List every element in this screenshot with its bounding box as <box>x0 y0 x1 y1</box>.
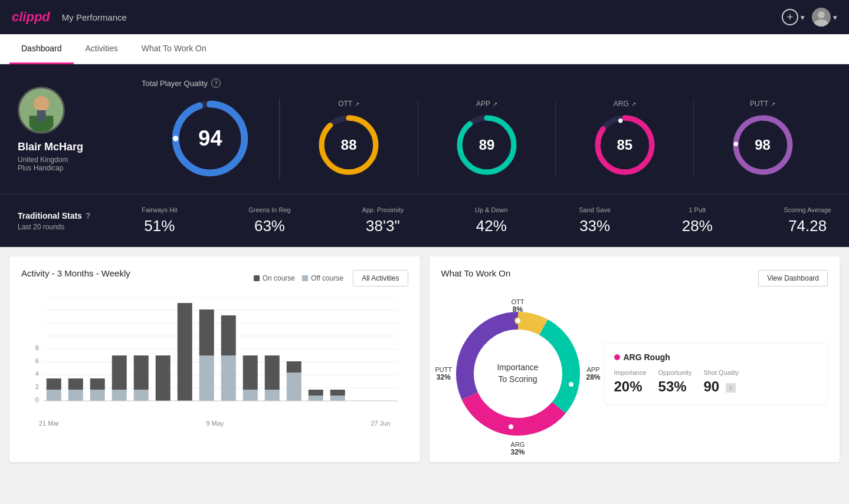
arrow-icon: ↗ <box>355 101 359 107</box>
app-value: 89 <box>479 137 495 153</box>
tpq-section: Total Player Quality ? 94 <box>142 78 831 180</box>
putt-value: 98 <box>755 137 771 153</box>
svg-text:0: 0 <box>35 396 39 403</box>
avatar <box>812 8 831 27</box>
help-icon[interactable]: ? <box>211 78 221 88</box>
add-button[interactable]: + ▾ <box>782 9 805 25</box>
svg-rect-36 <box>47 378 61 390</box>
svg-rect-55 <box>287 373 301 401</box>
off-course-dot <box>302 275 308 281</box>
bottom-panels: Activity - 3 Months - Weekly On course O… <box>0 247 849 472</box>
tpq-main-gauge: 94 <box>142 97 280 180</box>
svg-point-69 <box>508 424 514 430</box>
gauge-putt: PUTT ↗ 98 <box>694 100 831 177</box>
chevron-down-icon: ▾ <box>801 13 805 22</box>
svg-point-6 <box>34 95 49 111</box>
svg-rect-54 <box>265 355 280 390</box>
svg-point-1 <box>814 19 828 27</box>
stat-value: 51% <box>142 217 178 235</box>
wtwo-content: Importance To Scoring OTT 8% APP 28% ARG… <box>441 297 828 450</box>
seg-label-putt: PUTT 32% <box>435 366 453 381</box>
gauge-ott-label: OTT ↗ <box>338 100 359 108</box>
legend-on-course: On course <box>254 274 295 282</box>
svg-point-0 <box>818 11 825 18</box>
stat-sandsave: Sand Save 33% <box>579 206 611 235</box>
svg-rect-43 <box>134 390 149 401</box>
stat-label: Greens In Reg <box>248 206 291 213</box>
status-dot <box>614 354 620 360</box>
x-label-2: 9 May <box>206 420 224 427</box>
nav-tabs: Dashboard Activities What To Work On <box>0 34 849 64</box>
svg-rect-53 <box>265 390 280 401</box>
stat-oneputt: 1 Putt 28% <box>682 206 713 235</box>
player-country: United Kingdom <box>18 156 142 164</box>
wtwo-header: What To Work On View Dashboard <box>441 268 828 288</box>
svg-rect-56 <box>287 361 301 373</box>
svg-point-68 <box>568 381 574 387</box>
stat-label: 1 Putt <box>682 206 713 213</box>
arrow-icon: ↗ <box>493 101 497 107</box>
info-stat-opportunity: Opportunity 53% <box>658 369 692 395</box>
player-name: Blair McHarg <box>18 141 142 153</box>
player-avatar <box>18 87 65 134</box>
header-right: + ▾ ▾ <box>782 8 837 27</box>
plus-icon: + <box>782 9 798 25</box>
svg-rect-52 <box>243 355 258 390</box>
info-card-title: ARG Rough <box>614 353 818 362</box>
gauge-arg-label: ARG ↗ <box>614 100 636 108</box>
info-stat-shot-quality: Shot Quality 90 ↑ <box>703 369 739 395</box>
svg-text:4: 4 <box>35 370 39 377</box>
seg-label-ott: OTT 8% <box>512 298 525 314</box>
wtwo-title: What To Work On <box>441 268 511 278</box>
shot-quality-badge: ↑ <box>726 383 736 393</box>
stat-label: Fairways Hit <box>142 206 178 213</box>
ott-value: 88 <box>341 137 357 153</box>
chevron-down-icon: ▾ <box>833 13 837 22</box>
header: clippd My Performance + ▾ ▾ <box>0 0 849 34</box>
stat-updown: Up & Down 42% <box>475 206 508 235</box>
stat-value: 63% <box>248 217 291 235</box>
bar-chart: 0 2 4 6 8 <box>21 297 408 415</box>
svg-rect-39 <box>90 390 105 401</box>
tab-activities[interactable]: Activities <box>74 34 130 64</box>
svg-rect-49 <box>221 355 236 401</box>
profile-button[interactable]: ▾ <box>812 8 837 27</box>
traditional-stats: Traditional Stats ? Last 20 rounds Fairw… <box>0 194 849 247</box>
on-course-dot <box>254 275 260 281</box>
help-icon[interactable]: ? <box>86 211 91 220</box>
info-stat-importance: Importance 20% <box>614 369 647 395</box>
x-label-3: 27 Jun <box>371 420 390 427</box>
svg-rect-57 <box>309 396 323 401</box>
gauge-app: APP ↗ 89 <box>418 100 556 177</box>
tab-what-to-work-on[interactable]: What To Work On <box>130 34 218 64</box>
svg-rect-40 <box>90 378 105 390</box>
chart-title: Activity - 3 Months - Weekly <box>21 268 130 278</box>
gauges-row: 94 OTT ↗ 88 <box>142 97 831 180</box>
gauge-putt-label: PUTT ↗ <box>750 100 775 108</box>
all-activities-button[interactable]: All Activities <box>353 270 408 286</box>
view-dashboard-button[interactable]: View Dashboard <box>758 270 828 286</box>
legend-off-course: Off course <box>302 274 343 282</box>
trad-subtitle: Last 20 rounds <box>18 223 142 231</box>
activity-panel: Activity - 3 Months - Weekly On course O… <box>9 256 420 462</box>
player-info: Blair McHarg United Kingdom Plus Handica… <box>18 87 142 172</box>
gauge-app-label: APP ↗ <box>476 100 497 108</box>
stat-label: Scoring Average <box>784 206 831 213</box>
stat-label: App. Proximity <box>362 206 404 213</box>
wtwo-donut: Importance To Scoring OTT 8% APP 28% ARG… <box>441 297 595 450</box>
donut-center-text: Importance To Scoring <box>497 362 538 385</box>
svg-rect-42 <box>112 355 127 390</box>
arrow-icon: ↗ <box>771 101 775 107</box>
trad-info: Traditional Stats ? Last 20 rounds <box>18 211 142 231</box>
gauge-ott: OTT ↗ 88 <box>280 100 418 177</box>
player-handicap: Plus Handicap <box>18 164 142 172</box>
stat-value: 38'3" <box>362 217 404 235</box>
gauge-arg: ARG ↗ 85 <box>556 100 694 177</box>
svg-rect-41 <box>112 390 127 401</box>
svg-text:6: 6 <box>35 357 39 364</box>
tab-dashboard[interactable]: Dashboard <box>9 34 74 64</box>
what-to-work-on-panel: What To Work On View Dashboard <box>430 256 840 462</box>
svg-rect-44 <box>134 355 149 390</box>
svg-point-67 <box>515 318 521 324</box>
arg-value: 85 <box>617 137 632 153</box>
